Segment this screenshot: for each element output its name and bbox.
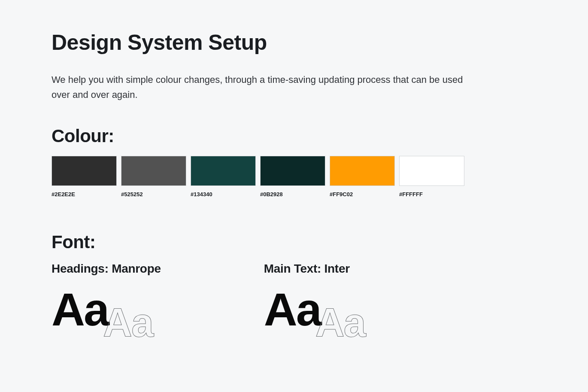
font-sample-solid: Aa: [52, 283, 108, 335]
swatch-label: #0B2928: [260, 191, 325, 198]
colour-swatch: #FF9C02: [330, 156, 395, 198]
font-sample: Aa Aa: [52, 289, 161, 353]
swatch-box: [330, 156, 395, 186]
font-sample-solid: Aa: [264, 283, 321, 335]
colour-swatch-row: #2E2E2E #525252 #134340 #0B2928 #FF9C02 …: [52, 156, 536, 198]
swatch-box: [191, 156, 256, 186]
font-maintext-col: Main Text: Inter Aa Aa: [264, 262, 350, 353]
font-sample-outline: Aa: [103, 305, 153, 341]
page-title: Design System Setup: [52, 30, 536, 55]
colour-swatch: #0B2928: [260, 156, 325, 198]
swatch-box: [399, 156, 464, 186]
colour-swatch: #525252: [121, 156, 186, 198]
font-headings-col: Headings: Manrope Aa Aa: [52, 262, 161, 353]
swatch-label: #FFFFFF: [399, 191, 464, 198]
font-row: Headings: Manrope Aa Aa Main Text: Inter…: [52, 262, 536, 353]
swatch-label: #525252: [121, 191, 186, 198]
colour-swatch: #FFFFFF: [399, 156, 464, 198]
swatch-box: [52, 156, 117, 186]
font-heading: Font:: [52, 232, 536, 252]
page-description: We help you with simple colour changes, …: [52, 72, 472, 102]
font-sample-outline: Aa: [315, 305, 365, 341]
swatch-label: #FF9C02: [330, 191, 395, 198]
colour-heading: Colour:: [52, 126, 536, 146]
font-label: Headings: Manrope: [52, 262, 161, 276]
font-sample: Aa Aa: [264, 289, 350, 353]
colour-swatch: #2E2E2E: [52, 156, 117, 198]
colour-swatch: #134340: [191, 156, 256, 198]
font-label: Main Text: Inter: [264, 262, 350, 276]
swatch-box: [260, 156, 325, 186]
swatch-label: #134340: [191, 191, 256, 198]
swatch-box: [121, 156, 186, 186]
swatch-label: #2E2E2E: [52, 191, 117, 198]
